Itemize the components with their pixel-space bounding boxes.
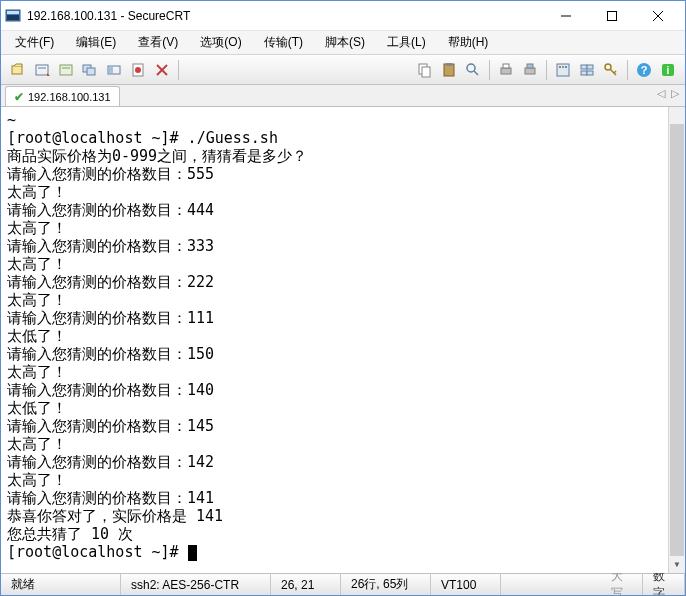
tab-label: 192.168.100.131 — [28, 91, 111, 103]
menu-script[interactable]: 脚本(S) — [321, 32, 369, 53]
svg-line-41 — [614, 71, 616, 73]
script-icon[interactable] — [127, 59, 149, 81]
statusbar: 就绪 ssh2: AES-256-CTR 26, 21 26行, 65列 VT1… — [1, 573, 685, 595]
status-num: 数字 — [643, 574, 685, 595]
cursor — [188, 545, 197, 561]
menu-tools[interactable]: 工具(L) — [383, 32, 430, 53]
toolbar: ? i — [1, 55, 685, 85]
status-cursor-pos: 26, 21 — [271, 574, 341, 595]
connect-icon[interactable] — [7, 59, 29, 81]
svg-text:?: ? — [641, 64, 648, 76]
svg-rect-11 — [60, 65, 72, 75]
disconnect-icon[interactable] — [151, 59, 173, 81]
svg-point-33 — [562, 66, 564, 68]
maximize-button[interactable] — [589, 1, 635, 31]
toolbar-separator — [489, 60, 490, 80]
svg-rect-29 — [525, 68, 535, 74]
tabbar: ✔ 192.168.100.131 ◁ ▷ — [1, 85, 685, 107]
terminal[interactable]: ~ [root@localhost ~]# ./Guess.sh 商品实际价格为… — [1, 107, 685, 573]
menubar: 文件(F) 编辑(E) 查看(V) 选项(O) 传输(T) 脚本(S) 工具(L… — [1, 31, 685, 55]
svg-text:i: i — [667, 65, 670, 76]
menu-options[interactable]: 选项(O) — [196, 32, 245, 53]
svg-point-32 — [559, 66, 561, 68]
window-title: 192.168.100.131 - SecureCRT — [27, 9, 543, 23]
svg-point-34 — [565, 66, 567, 68]
session-tab[interactable]: ✔ 192.168.100.131 — [5, 86, 120, 106]
svg-rect-1 — [7, 11, 19, 14]
svg-rect-16 — [109, 67, 113, 73]
key-icon[interactable] — [600, 59, 622, 81]
svg-rect-35 — [581, 65, 587, 69]
copy-icon[interactable] — [414, 59, 436, 81]
scrollbar[interactable]: ▲ ▼ — [668, 107, 685, 573]
status-rows-cols: 26行, 65列 — [341, 574, 431, 595]
toolbar-separator — [178, 60, 179, 80]
svg-rect-14 — [87, 68, 95, 75]
svg-rect-30 — [527, 64, 533, 68]
toolbar-separator — [546, 60, 547, 80]
close-button[interactable] — [635, 1, 681, 31]
svg-line-26 — [474, 71, 478, 75]
minimize-button[interactable] — [543, 1, 589, 31]
scroll-down-icon[interactable]: ▼ — [669, 556, 685, 573]
about-icon[interactable]: i — [657, 59, 679, 81]
session-icon[interactable] — [103, 59, 125, 81]
options-icon[interactable] — [552, 59, 574, 81]
sessions-icon[interactable] — [576, 59, 598, 81]
toolbar-separator — [627, 60, 628, 80]
new-tab-icon[interactable] — [79, 59, 101, 81]
menu-transfer[interactable]: 传输(T) — [260, 32, 307, 53]
menu-edit[interactable]: 编辑(E) — [72, 32, 120, 53]
status-ssh: ssh2: AES-256-CTR — [121, 574, 271, 595]
titlebar: 192.168.100.131 - SecureCRT — [1, 1, 685, 31]
svg-rect-37 — [581, 71, 587, 75]
svg-rect-4 — [608, 11, 617, 20]
menu-help[interactable]: 帮助(H) — [444, 32, 493, 53]
paste-icon[interactable] — [438, 59, 460, 81]
check-icon: ✔ — [14, 90, 24, 104]
quick-connect-icon[interactable] — [31, 59, 53, 81]
print-select-icon[interactable] — [519, 59, 541, 81]
status-ready: 就绪 — [1, 574, 121, 595]
scroll-thumb[interactable] — [670, 124, 684, 556]
svg-rect-31 — [557, 64, 569, 76]
help-icon[interactable]: ? — [633, 59, 655, 81]
svg-rect-24 — [446, 63, 452, 66]
svg-rect-2 — [7, 15, 19, 20]
menu-file[interactable]: 文件(F) — [11, 32, 58, 53]
reconnect-icon[interactable] — [55, 59, 77, 81]
svg-rect-36 — [587, 65, 593, 69]
svg-point-18 — [135, 67, 141, 73]
menu-view[interactable]: 查看(V) — [134, 32, 182, 53]
svg-rect-38 — [587, 71, 593, 75]
svg-rect-7 — [12, 66, 22, 74]
print-icon[interactable] — [495, 59, 517, 81]
svg-rect-8 — [36, 65, 48, 75]
app-icon — [5, 8, 21, 24]
status-spacer — [501, 574, 601, 595]
find-icon[interactable] — [462, 59, 484, 81]
svg-point-25 — [467, 64, 475, 72]
status-caps: 大写 — [601, 574, 643, 595]
svg-rect-22 — [422, 67, 430, 77]
svg-rect-27 — [501, 68, 511, 74]
status-emulation: VT100 — [431, 574, 501, 595]
tab-next-icon[interactable]: ▷ — [671, 87, 679, 100]
svg-rect-28 — [503, 64, 509, 68]
tab-prev-icon[interactable]: ◁ — [657, 87, 665, 100]
